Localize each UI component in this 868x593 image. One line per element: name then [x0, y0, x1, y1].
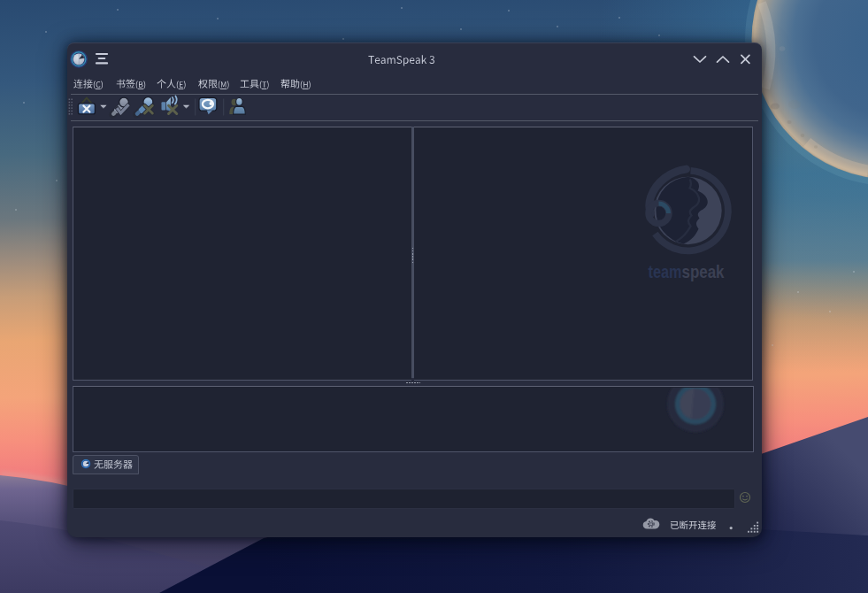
svg-text:team: team	[648, 261, 681, 281]
svg-text:speak: speak	[681, 261, 724, 281]
